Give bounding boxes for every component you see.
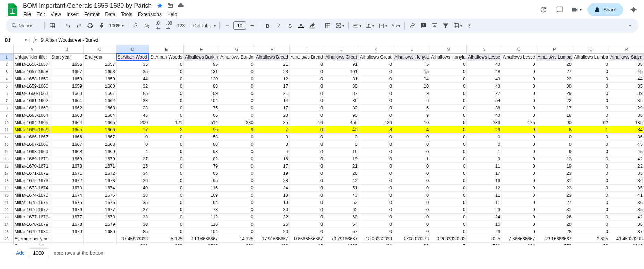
cell[interactable]: 20 [255,228,289,235]
cell[interactable]: 0 [573,68,609,75]
horizontal-align-button[interactable] [351,21,363,30]
cell[interactable]: 12 [255,75,289,82]
cell[interactable]: 9 [467,155,501,162]
cell[interactable]: Millar-1659-1660 [13,82,50,90]
cell[interactable]: 0 [149,61,184,68]
cell[interactable]: 0 [430,104,467,111]
cell[interactable]: 31 [536,177,573,184]
cell[interactable]: 0 [289,68,324,75]
undo-button[interactable] [63,21,73,30]
cell[interactable]: 2 [149,126,184,133]
column-header-C[interactable]: C [83,45,116,53]
cell[interactable] [83,242,116,245]
cell[interactable]: 0 [393,213,430,221]
cell[interactable]: 0 [430,206,467,213]
sheets-filter-icon[interactable] [48,21,57,30]
cell[interactable]: 0 [393,141,430,148]
cell[interactable]: 4 [255,148,289,155]
cell[interactable]: Alhallows Lesse [501,53,536,61]
cell[interactable]: 0 [289,148,324,155]
cell[interactable]: 0 [430,213,467,221]
name-box[interactable]: D1 ▾ [2,37,30,43]
row-header-11[interactable]: 11 [0,126,13,133]
cell[interactable]: 0 [359,75,393,82]
column-header-K[interactable]: K [359,45,393,53]
cell[interactable]: 0 [501,61,536,68]
cell[interactable]: 19 [324,155,359,162]
cell[interactable]: 43 [324,191,359,199]
cell[interactable]: 0 [149,199,184,206]
cell[interactable]: 20 [536,61,573,68]
cell[interactable]: 40 [116,184,149,191]
cell[interactable]: Alhallows Lesse [467,53,501,61]
cell[interactable]: 23 [536,184,573,191]
cell[interactable]: 113.6666667 [183,235,219,242]
cell[interactable]: 54 [467,97,501,104]
cell[interactable]: 0 [289,199,324,206]
history-icon[interactable] [538,4,549,15]
cell[interactable]: 35 [116,199,149,206]
cell[interactable]: 20 [255,111,289,119]
row-header-16[interactable]: 16 [0,162,13,170]
cell[interactable]: 0 [359,133,393,141]
row-header-27[interactable]: 27 [0,242,13,245]
cell[interactable]: Millar-1660-1661 [13,90,50,97]
cell[interactable]: 0 [393,228,430,235]
cell[interactable]: 0 [359,97,393,104]
font-size-increase[interactable]: + [247,21,257,30]
cell[interactable] [50,235,84,242]
cell[interactable]: Millar-1673-1674 [13,184,50,191]
cell[interactable]: 18 [536,111,573,119]
column-header-I[interactable]: I [289,45,324,53]
cell[interactable]: 0 [289,206,324,213]
cell[interactable]: 12 [467,184,501,191]
cell[interactable]: 0 [219,82,255,90]
cell[interactable]: Alhallows Barkin [183,53,219,61]
cell[interactable]: 0 [219,199,255,206]
cell[interactable]: 75 [183,104,219,111]
cell[interactable]: 33 [609,170,644,177]
cell[interactable]: Alhallows Bread [289,53,324,61]
cell[interactable]: 15 [393,68,430,75]
cell[interactable]: 34 [116,170,149,177]
cell[interactable]: 0 [289,61,324,68]
cell[interactable]: 1677 [50,213,84,221]
cell[interactable]: 8 [536,126,573,133]
cell[interactable]: Millar-1666-1667 [13,133,50,141]
cell[interactable]: 91 [324,61,359,68]
menus-search-input[interactable] [19,23,40,28]
cell[interactable]: 430 [255,242,289,245]
cell[interactable]: 1666 [50,133,84,141]
cell[interactable]: 0 [359,141,393,148]
cell[interactable]: 0 [536,141,573,148]
cell[interactable]: 0 [359,82,393,90]
row-header-5[interactable]: 5 [0,82,13,90]
menu-file[interactable]: File [21,10,34,18]
cell[interactable]: Millar-1679-1680 [13,228,50,235]
cell[interactable]: 0 [219,75,255,82]
cell[interactable]: 21 [255,61,289,68]
column-header-E[interactable]: E [149,45,184,53]
cell[interactable]: 0 [573,141,609,148]
cell[interactable]: 0 [289,90,324,97]
cell[interactable]: 35 [609,184,644,191]
cell[interactable]: 0 [501,97,536,104]
cell[interactable]: 38 [609,111,644,119]
cell[interactable]: 0 [289,111,324,119]
cell[interactable]: 0 [430,162,467,170]
add-rows-button[interactable]: Add [16,250,25,256]
cell[interactable]: 35 [609,97,644,104]
cell[interactable]: 426 [359,119,393,126]
cell[interactable]: 22 [255,213,289,221]
cell[interactable]: 0 [501,213,536,221]
cell[interactable]: 0 [501,191,536,199]
cell[interactable]: 0 [359,206,393,213]
cell[interactable]: 0 [501,141,536,148]
column-header-A[interactable]: A [13,45,50,53]
cell[interactable]: 26 [536,213,573,221]
cell[interactable]: 0 [289,133,324,141]
cell[interactable]: 1663 [50,111,84,119]
cell[interactable]: 0 [430,184,467,191]
cell[interactable]: 1680 [83,228,116,235]
row-header-14[interactable]: 14 [0,148,13,155]
